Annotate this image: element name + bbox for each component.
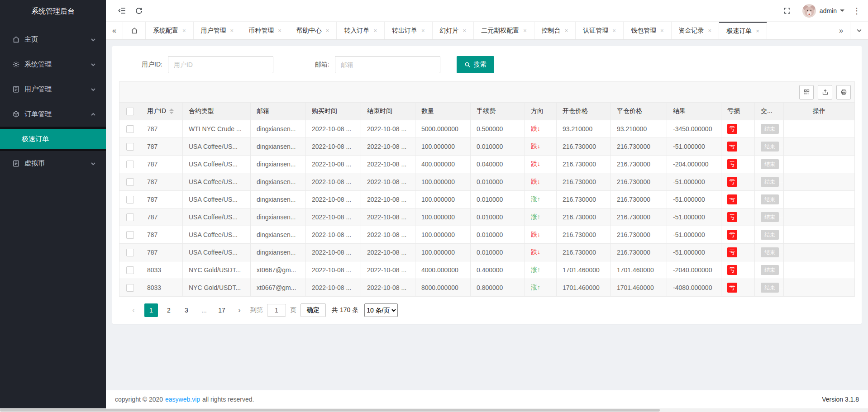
tabs-scroll-right-icon[interactable]: » [832,22,850,39]
email-field-group: 邮箱: [315,56,440,73]
username[interactable]: admin [820,7,837,14]
tab-close-icon[interactable]: × [523,27,527,34]
page-button[interactable]: 1 [144,303,158,317]
status-badge: 结束 [761,283,779,293]
tab-item[interactable]: 极速订单× [719,22,767,39]
tab-close-icon[interactable]: × [612,27,616,34]
sidebar-item-system[interactable]: 系统管理 [0,52,106,77]
row-checkbox[interactable] [126,266,134,274]
row-checkbox[interactable] [126,249,134,256]
cell-loss: 亏 [721,173,755,191]
export-button[interactable] [818,85,832,99]
cell-open-price: 216.730000 [557,156,611,173]
fullscreen-icon[interactable] [779,2,796,19]
more-options-icon[interactable]: ⋮ [853,6,861,16]
row-checkbox[interactable] [126,125,134,133]
row-checkbox[interactable] [126,284,134,292]
select-all-checkbox[interactable] [126,108,134,115]
tab-close-icon[interactable]: × [565,27,568,34]
tab-item[interactable]: 认证管理× [576,22,624,39]
page-ellipsis: ... [197,303,211,317]
cell-user-id: 8033 [141,261,183,279]
cell-contract: USA Coffee/US... [183,244,251,261]
tab-close-icon[interactable]: × [756,28,759,34]
page-button[interactable]: 3 [180,303,193,317]
user-menu-caret-icon[interactable] [840,9,844,12]
sidebar-item-home[interactable]: 主页 [0,27,106,52]
sidebar-submenu-orders: 极速订单 [0,127,106,151]
prev-page-button[interactable]: ‹ [127,303,140,317]
tabs-scroll-left-icon[interactable]: « [106,22,123,39]
goto-page-input[interactable] [267,304,286,317]
sidebar-item-users[interactable]: 用户管理 [0,77,106,102]
tab-close-icon[interactable]: × [708,27,712,34]
cell-close-price: 1701.460000 [611,261,667,279]
tab-close-icon[interactable]: × [326,27,329,34]
cell-loss: 亏 [721,244,755,261]
direction-text: 涨↑ [531,195,540,203]
tab-item[interactable]: 钱包管理× [624,22,672,39]
cell-fee: 0.010000 [471,138,525,156]
cell-buy-time: 2022-10-08 ... [306,138,361,156]
tab-home[interactable] [123,22,146,39]
tab-label: 用户管理 [201,27,226,35]
tab-item[interactable]: 二元期权配置× [474,22,534,39]
row-checkbox[interactable] [126,196,134,204]
tab-close-icon[interactable]: × [182,27,186,34]
row-checkbox[interactable] [126,178,134,186]
tab-close-icon[interactable]: × [463,27,467,34]
columns-toggle-button[interactable] [799,85,814,99]
cell-contract: USA Coffee/US... [183,208,251,226]
tab-item[interactable]: 用户管理× [194,22,242,39]
tab-close-icon[interactable]: × [660,27,664,34]
tab-item[interactable]: 资金记录× [672,22,720,39]
column-header-label: 结束时间 [367,107,392,114]
user-id-input[interactable] [168,56,273,73]
next-page-button[interactable]: › [233,303,246,317]
tab-close-icon[interactable]: × [421,27,425,34]
table-row: 787WTI NYC Crude ...dingxiansen...2022-1… [119,120,855,138]
cell-direction: 涨↑ [525,191,557,208]
avatar[interactable] [802,4,816,18]
cell-status: 结束 [755,173,784,191]
refresh-icon[interactable] [130,2,148,19]
page-button[interactable]: 17 [215,303,229,317]
cell-actions [784,226,855,244]
row-select-cell [119,279,141,297]
tab-item[interactable]: 转出订单× [385,22,433,39]
sort-icon[interactable] [169,109,174,114]
tab-close-icon[interactable]: × [373,27,377,34]
footer-link[interactable]: easyweb.vip [165,396,200,403]
cell-buy-time: 2022-10-08 ... [306,279,361,297]
cell-amount: 100.000000 [415,173,471,191]
row-checkbox[interactable] [126,161,134,168]
row-checkbox[interactable] [126,213,134,221]
print-button[interactable] [836,85,851,99]
tab-close-icon[interactable]: × [278,27,281,34]
row-checkbox[interactable] [126,231,134,239]
sidebar-item-fast-orders[interactable]: 极速订单 [0,129,106,149]
tabs-menu-icon[interactable] [850,22,868,39]
tab-label: 钱包管理 [631,27,656,35]
page-button[interactable]: 2 [162,303,176,317]
email-input[interactable] [335,56,440,73]
column-header-label: 数量 [421,107,434,114]
sidebar-item-orders[interactable]: 订单管理 [0,102,106,127]
tab-close-icon[interactable]: × [230,27,234,34]
loss-badge: 亏 [727,247,737,257]
tab-item[interactable]: 帮助中心× [289,22,337,39]
search-button[interactable]: 搜索 [457,56,494,73]
cell-fee: 0.500000 [471,120,525,138]
sidebar-item-crypto[interactable]: 虚拟币 [0,151,106,176]
goto-confirm-button[interactable]: 确定 [300,303,326,317]
page-size-select[interactable]: 10 条/页 [364,303,398,317]
horizontal-scrollbar-thumb[interactable] [0,409,660,412]
column-header: 结果 [667,103,721,120]
tab-item[interactable]: 控制台× [534,22,576,39]
tab-item[interactable]: 转入订单× [337,22,385,39]
tab-item[interactable]: 幻灯片× [433,22,474,39]
collapse-sidebar-icon[interactable] [113,2,130,19]
tab-item[interactable]: 币种管理× [241,22,289,39]
tab-item[interactable]: 系统配置× [146,22,194,39]
row-checkbox[interactable] [126,143,134,151]
